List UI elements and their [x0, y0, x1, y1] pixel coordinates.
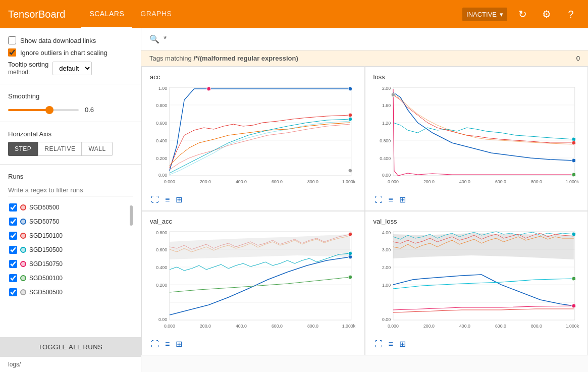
options-section: Show data download links Ignore outliers…	[0, 28, 141, 84]
tab-scalars[interactable]: SCALARS	[81, 0, 132, 28]
svg-rect-0	[170, 87, 351, 176]
chart-val-loss: val_loss 4.00 3.00 2.00 1.00 0.00 0.000	[365, 211, 589, 355]
svg-text:1.20: 1.20	[382, 121, 391, 126]
runs-section: Runs SGD50500SGD50750SGD150100SGD150500S…	[0, 165, 141, 337]
scrollbar[interactable]	[130, 205, 133, 226]
refresh-button[interactable]: ↻	[513, 5, 531, 23]
svg-text:1.000k: 1.000k	[342, 324, 356, 329]
help-button[interactable]: ?	[562, 5, 580, 23]
chart-val-loss-menu-button[interactable]: ≡	[388, 338, 394, 350]
svg-text:1.000k: 1.000k	[342, 179, 356, 184]
run-checkbox[interactable]	[9, 260, 17, 268]
svg-point-62	[348, 232, 352, 236]
chart-acc-expand-button[interactable]: ⛶	[150, 194, 160, 205]
svg-text:400.0: 400.0	[236, 324, 247, 329]
status-dropdown[interactable]: INACTIVE ▾	[462, 8, 507, 21]
chart-acc-menu-button[interactable]: ≡	[164, 194, 171, 205]
tooltip-sorting-sublabel: method:	[8, 69, 30, 76]
svg-text:800.0: 800.0	[307, 324, 318, 329]
svg-point-86	[571, 232, 575, 236]
chart-val-loss-zoom-button[interactable]: ⊞	[398, 338, 407, 350]
toggle-all-runs-button[interactable]: TOGGLE ALL RUNS	[0, 337, 141, 357]
svg-text:2.00: 2.00	[382, 86, 391, 91]
svg-point-65	[348, 275, 352, 279]
svg-text:400.0: 400.0	[459, 324, 470, 329]
run-checkbox[interactable]	[9, 218, 17, 226]
tooltip-sorting-label: Tooltip sorting	[8, 61, 48, 68]
tab-graphs[interactable]: GRAPHS	[132, 0, 180, 28]
chart-val-loss-title: val_loss	[373, 218, 580, 225]
chart-acc-zoom-button[interactable]: ⊞	[175, 194, 183, 205]
chart-val-loss-expand-button[interactable]: ⛶	[373, 338, 384, 350]
sidebar: Show data download links Ignore outliers…	[0, 28, 141, 372]
show-download-row: Show data download links	[8, 36, 133, 44]
logs-path: logs/	[0, 357, 141, 372]
run-dot	[20, 233, 26, 239]
chart-val-acc-menu-button[interactable]: ≡	[164, 338, 171, 350]
tooltip-sorting-select[interactable]: default	[52, 62, 92, 75]
run-checkbox[interactable]	[9, 203, 17, 211]
svg-text:0.00: 0.00	[382, 317, 391, 322]
run-checkbox[interactable]	[9, 232, 17, 240]
svg-point-20	[348, 117, 352, 121]
svg-point-84	[571, 277, 575, 281]
axis-step-button[interactable]: STEP	[8, 142, 38, 156]
run-item[interactable]: SGD150750	[8, 257, 133, 271]
svg-text:0.800: 0.800	[380, 138, 391, 143]
svg-text:200.0: 200.0	[423, 179, 434, 184]
svg-point-41	[571, 141, 575, 145]
svg-text:3.00: 3.00	[382, 247, 391, 252]
svg-text:1.000k: 1.000k	[565, 179, 579, 184]
run-checkbox[interactable]	[9, 246, 17, 254]
axis-relative-button[interactable]: RELATIVE	[38, 142, 82, 156]
svg-text:0.400: 0.400	[156, 138, 167, 143]
svg-text:0.400: 0.400	[380, 156, 391, 161]
svg-point-39	[571, 158, 575, 163]
svg-text:0.600: 0.600	[156, 247, 167, 252]
smoothing-slider[interactable]	[8, 109, 79, 111]
chart-val-acc-area: 0.800 0.600 0.400 0.200 0.00 0.000 200.0…	[150, 229, 356, 335]
chart-loss-expand-button[interactable]: ⛶	[373, 194, 384, 205]
chart-loss-zoom-button[interactable]: ⊞	[398, 194, 407, 205]
svg-text:0.200: 0.200	[156, 283, 167, 288]
show-download-checkbox[interactable]	[8, 36, 16, 44]
run-item[interactable]: SGD500500	[8, 285, 133, 299]
ignore-outliers-checkbox[interactable]	[8, 48, 16, 57]
search-input[interactable]	[164, 35, 580, 44]
run-item[interactable]: SGD150100	[8, 229, 133, 243]
svg-text:4.00: 4.00	[382, 230, 391, 235]
axis-wall-button[interactable]: WALL	[82, 142, 112, 156]
svg-text:0.800: 0.800	[156, 230, 167, 235]
svg-text:200.0: 200.0	[423, 324, 434, 329]
chart-val-acc-zoom-button[interactable]: ⊞	[175, 338, 183, 350]
svg-text:2.00: 2.00	[382, 265, 391, 270]
svg-point-64	[348, 251, 352, 255]
svg-text:600.0: 600.0	[272, 324, 283, 329]
svg-text:600.0: 600.0	[495, 179, 506, 184]
tag-banner: Tags matching /*/(malformed regular expr…	[141, 50, 588, 67]
run-item[interactable]: SGD150500	[8, 243, 133, 257]
svg-text:600.0: 600.0	[272, 179, 283, 184]
run-item[interactable]: SGD50500	[8, 200, 133, 215]
svg-text:1.000k: 1.000k	[565, 324, 579, 329]
chart-loss-menu-button[interactable]: ≡	[388, 194, 394, 205]
run-dot	[20, 275, 26, 281]
smoothing-value: 0.6	[85, 106, 94, 114]
svg-text:1.60: 1.60	[382, 103, 391, 108]
chart-val-acc-title: val_acc	[150, 218, 356, 225]
run-checkbox[interactable]	[9, 274, 17, 282]
nav-tabs: SCALARS GRAPHS	[81, 0, 180, 28]
run-item[interactable]: SGD500100	[8, 271, 133, 285]
run-item[interactable]: SGD50750	[8, 215, 133, 229]
settings-button[interactable]: ⚙	[538, 5, 556, 23]
tooltip-sorting-row: Tooltip sorting method: default	[8, 61, 133, 76]
ignore-outliers-label: Ignore outliers in chart scaling	[20, 49, 108, 57]
chart-val-acc-expand-button[interactable]: ⛶	[150, 338, 160, 350]
chart-val-loss-area: 4.00 3.00 2.00 1.00 0.00 0.000 200.0 400…	[373, 229, 580, 335]
run-checkbox[interactable]	[9, 288, 17, 296]
navbar-right: INACTIVE ▾ ↻ ⚙ ?	[462, 5, 580, 23]
svg-text:800.0: 800.0	[307, 179, 318, 184]
runs-filter-input[interactable]	[8, 184, 133, 196]
svg-text:0.000: 0.000	[164, 179, 175, 184]
chart-acc-actions: ⛶ ≡ ⊞	[150, 191, 356, 206]
